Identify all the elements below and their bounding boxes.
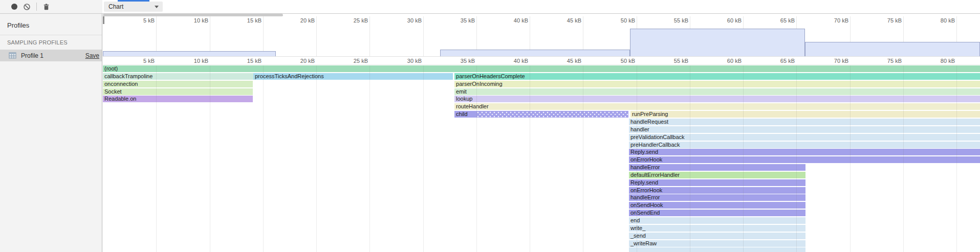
flame-chart: (root)callbackTrampolineprocessTicksAndR… xyxy=(103,65,980,252)
frame-label: child xyxy=(456,111,468,117)
overview-gridline xyxy=(423,16,424,56)
flame-frame[interactable]: onSendHook xyxy=(629,202,805,209)
overview-gridline xyxy=(263,16,264,56)
flame-frame[interactable]: Readable.on xyxy=(103,96,253,102)
frame-label: defaultErrorHandler xyxy=(630,172,680,178)
flame-frame[interactable]: end xyxy=(629,217,805,224)
frame-label: (root) xyxy=(104,65,118,72)
chart-view-select[interactable]: Chart xyxy=(104,2,163,12)
flame-gridline xyxy=(263,65,264,252)
ruler-tick-label: 60 kB xyxy=(710,58,742,64)
flame-ruler: 5 kB10 kB15 kB20 kB25 kB30 kB35 kB40 kB4… xyxy=(103,56,980,65)
frame-label: processTicksAndRejections xyxy=(255,73,324,79)
flame-frame[interactable]: onconnection xyxy=(103,81,253,87)
flame-frame[interactable]: lookup xyxy=(454,96,980,102)
toolbar: Chart xyxy=(0,0,980,14)
frame-label: lookup xyxy=(456,96,472,102)
resize-handle[interactable] xyxy=(103,16,104,24)
frame-label: emit xyxy=(456,88,467,95)
flame-frame[interactable]: (root) xyxy=(103,65,980,72)
ruler-tick-label: 10 kB xyxy=(177,58,208,64)
flame-frame[interactable]: write_ xyxy=(629,225,805,232)
active-tab-indicator xyxy=(118,0,149,2)
flame-frame[interactable]: handleRequest xyxy=(629,119,980,125)
overview-tick-label: 30 kB xyxy=(390,17,422,24)
ruler-tick-label: 30 kB xyxy=(390,58,422,64)
overview-tick-label: 45 kB xyxy=(550,17,581,24)
ruler-tick-label: 80 kB xyxy=(923,58,955,64)
overview-tick-label: 25 kB xyxy=(336,17,368,24)
frame-label: Reply.send xyxy=(630,149,658,155)
flame-frame[interactable]: emit xyxy=(454,88,980,95)
flame-frame[interactable]: parserOnIncoming xyxy=(454,81,980,87)
frame-label: handleError xyxy=(630,194,660,200)
flame-frame[interactable]: _send xyxy=(629,233,805,239)
frame-label: handler xyxy=(630,126,649,132)
frame-label: preHandlerCallback xyxy=(630,142,680,148)
flame-frame[interactable]: Reply.send xyxy=(629,179,805,186)
ruler-tick-label: 25 kB xyxy=(336,58,368,64)
frame-label: onSendHook xyxy=(630,202,663,208)
overview-pane[interactable]: 5 kB10 kB15 kB20 kB25 kB30 kB35 kB40 kB4… xyxy=(103,14,980,56)
overview-tick-label: 70 kB xyxy=(817,17,848,24)
frame-label: _writeRaw xyxy=(630,240,657,246)
overview-tick-label: 15 kB xyxy=(230,17,262,24)
flame-frame[interactable]: defaultErrorHandler xyxy=(629,172,805,178)
flame-frame[interactable]: runPreParsing xyxy=(630,111,980,118)
flame-frame[interactable]: routeHandler xyxy=(454,103,980,110)
block-icon[interactable] xyxy=(23,3,31,11)
flame-frame[interactable]: handler xyxy=(629,126,980,133)
frame-label: parserOnIncoming xyxy=(456,81,503,87)
overview-gridline xyxy=(156,16,157,56)
chart-view-select-value: Chart xyxy=(108,3,123,10)
overview-gridline xyxy=(369,16,370,56)
overview-tick-label: 75 kB xyxy=(870,17,902,24)
overview-tick-label: 40 kB xyxy=(496,17,528,24)
overview-tick-label: 50 kB xyxy=(603,17,635,24)
frame-label: handleRequest xyxy=(630,119,668,125)
overview-tick-label: 35 kB xyxy=(443,17,475,24)
flame-frame[interactable] xyxy=(629,247,805,252)
range-slider[interactable] xyxy=(103,14,283,16)
frame-label: end xyxy=(630,217,640,223)
flame-frame[interactable]: Socket xyxy=(103,88,253,95)
frame-label: Readable.on xyxy=(104,96,136,102)
chevron-down-icon xyxy=(155,6,159,8)
flame-frame[interactable]: preHandlerCallback xyxy=(629,142,980,148)
flame-frame[interactable]: Reply.send xyxy=(629,149,980,155)
flame-frame[interactable]: preValidationCallback xyxy=(629,134,980,141)
flame-frame[interactable]: processTicksAndRejections xyxy=(253,73,453,80)
overview-gridline xyxy=(316,16,317,56)
flame-frame[interactable]: onErrorHook xyxy=(629,156,980,163)
overview-tick-label: 55 kB xyxy=(657,17,688,24)
overview-gridline xyxy=(210,16,210,56)
flame-frame[interactable]: onErrorHook xyxy=(629,187,805,194)
flame-frame[interactable]: callbackTrampoline xyxy=(103,73,253,80)
flame-gridline xyxy=(316,65,317,252)
overview-tick-label: 65 kB xyxy=(763,17,795,24)
overview-tick-label: 5 kB xyxy=(123,17,155,24)
overview-tick-label: 10 kB xyxy=(177,17,208,24)
chart-pane: 5 kB10 kB15 kB20 kB25 kB30 kB35 kB40 kB4… xyxy=(103,14,980,252)
flame-frame[interactable]: parserOnHeadersComplete xyxy=(454,73,980,80)
ruler-tick-label: 40 kB xyxy=(496,58,528,64)
flame-frame[interactable]: onSendEnd xyxy=(629,210,805,216)
flame-frame[interactable]: child xyxy=(454,111,628,118)
frame-label: onconnection xyxy=(104,81,138,87)
frame-label: routeHandler xyxy=(456,103,489,109)
flame-frame[interactable]: _writeRaw xyxy=(629,240,805,247)
save-link[interactable]: Save xyxy=(85,52,99,59)
profile-name: Profile 1 xyxy=(21,52,85,59)
overview-step xyxy=(440,50,630,56)
trash-icon[interactable] xyxy=(42,3,50,11)
flame-gridline xyxy=(423,65,424,252)
record-icon[interactable] xyxy=(11,4,17,10)
overview-tick-label: 60 kB xyxy=(710,17,742,24)
profiler-app: Chart Profiles SAMPLING PROFILES Profile… xyxy=(0,0,980,252)
flame-frame[interactable]: handleError xyxy=(629,194,805,201)
flame-frame[interactable]: handleError xyxy=(629,164,805,171)
sidebar-item-profile-1[interactable]: Profile 1 Save xyxy=(0,50,102,61)
sidebar-section-header: SAMPLING PROFILES xyxy=(0,35,102,50)
frame-label: write_ xyxy=(630,225,645,231)
ruler-tick-label: 20 kB xyxy=(283,58,315,64)
